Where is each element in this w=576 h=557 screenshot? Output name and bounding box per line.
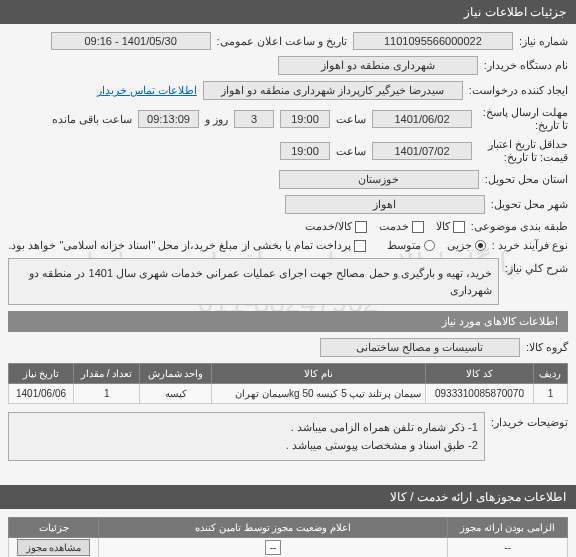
validity-date-field: 1401/07/02 xyxy=(372,142,472,160)
creator-label: ایجاد کننده درخواست: xyxy=(469,84,568,97)
note-2: 2- طبق اسناد و مشخصات پیوستی میباشد . xyxy=(15,437,478,455)
cell-qty: 1 xyxy=(74,384,140,404)
contact-link[interactable]: اطلاعات تماس خریدار xyxy=(97,84,197,97)
th-mandatory: الزامی بودن ارائه مجوز xyxy=(448,518,568,538)
th-unit: واحد شمارش xyxy=(140,364,211,384)
cell-date: 1401/06/06 xyxy=(9,384,74,404)
checkbox-icon xyxy=(355,221,367,233)
deadline-label: مهلت ارسال پاسخ: تا تاریخ: xyxy=(478,106,568,132)
table-row: 1 0933310085870070 سیمان پرتلند تیپ 5 کی… xyxy=(9,384,568,404)
bottom-header: اطلاعات مجوزهای ارائه خدمت / کالا xyxy=(0,485,576,509)
header-title: جزئیات اطلاعات نیاز xyxy=(464,5,566,19)
time-label-1: ساعت xyxy=(336,113,366,126)
group-field: تاسیسات و مصالح ساختمانی xyxy=(320,338,520,357)
days-label: روز و xyxy=(205,113,228,126)
notes-label: توضیحات خریدار: xyxy=(491,412,568,429)
remain-label: ساعت باقی مانده xyxy=(52,113,132,126)
th-date: تاریخ نیاز xyxy=(9,364,74,384)
proc-partial-label: جزیی xyxy=(447,239,472,252)
proc-partial-radio[interactable]: جزیی xyxy=(447,239,486,252)
items-table: ردیف کد کالا نام کالا واحد شمارش تعداد /… xyxy=(8,363,568,404)
city-label: شهر محل تحویل: xyxy=(491,198,568,211)
notes-box: 1- ذکر شماره تلفن همراه الزامی میباشد . … xyxy=(8,412,485,461)
table-row: -- -- مشاهده مجوز xyxy=(9,538,568,557)
checkbox-icon xyxy=(453,221,465,233)
buyer-label: نام دستگاه خریدار: xyxy=(484,59,568,72)
req-no-field: 1101095566000022 xyxy=(353,32,513,50)
cell-code: 0933310085870070 xyxy=(426,384,534,404)
th-code: کد کالا xyxy=(426,364,534,384)
announce-field: 1401/05/30 - 09:16 xyxy=(51,32,211,50)
validity-label: حداقل تاریخ اعتبار قیمت: تا تاریخ: xyxy=(478,138,568,164)
remain-field: 09:13:09 xyxy=(138,110,199,128)
cat-goods-check[interactable]: کالا xyxy=(436,220,465,233)
note-1: 1- ذکر شماره تلفن همراه الزامی میباشد . xyxy=(15,419,478,437)
radio-icon xyxy=(424,240,435,251)
cat-goods-label: کالا xyxy=(436,220,450,233)
cat-service-label: خدمت xyxy=(379,220,409,233)
cell-name: سیمان پرتلند تیپ 5 کیسه 50 kgسیمان تهران xyxy=(211,384,425,404)
creator-field: سیدرضا خیرگیر کارپرداز شهرداری منطقه دو … xyxy=(203,81,463,100)
cell-unit: کیسه xyxy=(140,384,211,404)
main-header: جزئیات اطلاعات نیاز xyxy=(0,0,576,24)
cat-both-label: کالا/خدمت xyxy=(305,220,352,233)
payment-note-check[interactable]: پرداخت تمام یا بخشی از مبلغ خرید،از محل … xyxy=(8,239,366,252)
validity-time-field: 19:00 xyxy=(280,142,330,160)
desc-box: خرید، تهیه و بارگیری و حمل مصالح جهت اجر… xyxy=(8,258,499,305)
permits-table: الزامی بودن ارائه مجوز اعلام وضعیت مجوز … xyxy=(8,517,568,557)
proc-medium-label: متوسط xyxy=(387,239,421,252)
deadline-time-field: 19:00 xyxy=(280,110,330,128)
cell-row: 1 xyxy=(533,384,567,404)
sub-header: اطلاعات کالاهای مورد نیاز xyxy=(8,311,568,332)
deadline-date-field: 1401/06/02 xyxy=(372,110,472,128)
proc-medium-radio[interactable]: متوسط xyxy=(387,239,435,252)
th-qty: تعداد / مقدار xyxy=(74,364,140,384)
province-field: خوزستان xyxy=(279,170,479,189)
group-label: گروه کالا: xyxy=(526,341,568,354)
province-label: استان محل تحویل: xyxy=(485,173,568,186)
cell-details: مشاهده مجوز xyxy=(9,538,99,557)
status-select[interactable]: -- xyxy=(265,540,282,555)
req-no-label: شماره نیاز: xyxy=(519,35,568,48)
th-row: ردیف xyxy=(533,364,567,384)
desc-label: شرح کلي نياز: xyxy=(505,258,568,275)
cat-both-check[interactable]: کالا/خدمت xyxy=(305,220,367,233)
th-details: جزئیات xyxy=(9,518,99,538)
process-label: نوع فرآیند خرید : xyxy=(492,239,568,252)
checkbox-icon xyxy=(412,221,424,233)
city-field: اهواز xyxy=(285,195,485,214)
th-status: اعلام وضعیت مجوز توسط تامین کننده xyxy=(99,518,448,538)
checkbox-icon xyxy=(354,240,366,252)
radio-icon xyxy=(475,240,486,251)
view-permit-button[interactable]: مشاهده مجوز xyxy=(17,539,91,556)
cell-mandatory: -- xyxy=(448,538,568,557)
time-label-2: ساعت xyxy=(336,145,366,158)
th-name: نام کالا xyxy=(211,364,425,384)
announce-label: تاریخ و ساعت اعلان عمومی: xyxy=(217,35,347,48)
cell-status: -- xyxy=(99,538,448,557)
category-label: طبقه بندی موضوعی: xyxy=(471,220,568,233)
cat-service-check[interactable]: خدمت xyxy=(379,220,424,233)
buyer-field: شهرداری منطقه دو اهواز xyxy=(278,56,478,75)
days-field: 3 xyxy=(234,110,274,128)
payment-note: پرداخت تمام یا بخشی از مبلغ خرید،از محل … xyxy=(8,239,351,252)
